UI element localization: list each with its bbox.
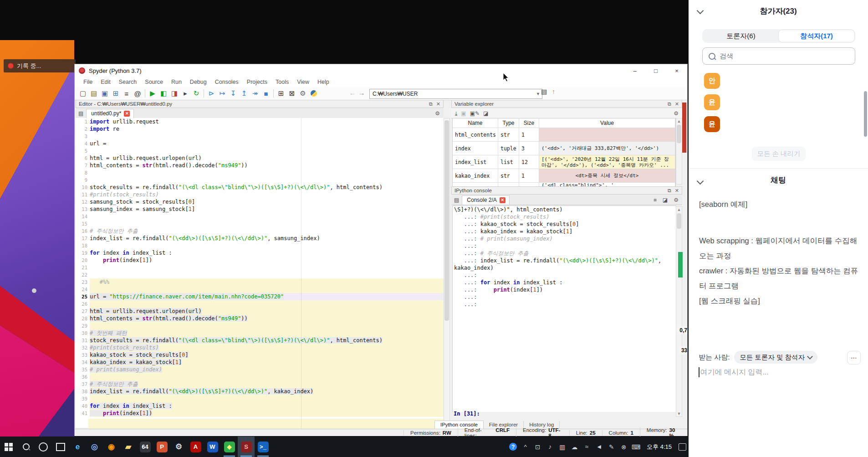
maximize-button[interactable]: □ [645,64,666,77]
remove-variable-eraser-icon[interactable]: ◪ [483,110,488,117]
save-all-icon[interactable]: ⊞ [110,88,121,98]
editor-line-13[interactable]: 13samsung_index = samsung_stock[1] [76,205,444,213]
cortana-button[interactable] [35,436,52,457]
editor-line-10[interactable]: 10stock_results = re.findall("(\<dl clas… [76,184,444,191]
column-header-type[interactable]: Type [498,118,519,128]
console-tab[interactable]: Console 2/A ✕ [462,195,509,205]
editor-line-4[interactable]: 4url = [76,140,444,147]
browse-tabs-icon[interactable]: ▤ [78,110,83,117]
editor-line-38[interactable]: 38index_list = re.findall("(\<dd\>)([\s\… [76,388,444,395]
menu-projects[interactable]: Projects [243,79,271,85]
taskbar-acrobat-icon[interactable]: A [187,436,204,457]
editor-line-21[interactable]: 21 [76,264,444,271]
editor-line-1[interactable]: 1import urllib.request [76,118,444,125]
taskbar-settings-icon[interactable]: ⚙ [170,436,187,457]
parent-directory-icon[interactable]: ↑ [552,88,555,95]
menu-file[interactable]: File [79,79,97,85]
variable-row-html_contents[interactable]: html_contentsstr1 [453,128,675,142]
close-tab-icon[interactable]: ✕ [124,111,130,117]
rerun-cell-icon[interactable]: ▸ [180,88,191,98]
editor-line-41[interactable]: 41 print(index[1]) [76,410,444,417]
editor-code-area[interactable]: 1import urllib.request2import re34url = … [76,118,444,428]
editor-line-34[interactable]: 34kakao_index = kakao_stock[1] [76,359,444,366]
participant-avatar-0[interactable]: 안 [704,73,720,89]
tray-mic-icon[interactable]: ♪ [544,436,556,457]
editor-line-15[interactable]: 15 [76,220,444,227]
start-button[interactable] [0,436,17,457]
working-directory-combobox[interactable]: C:₩Users₩USER ▼ [369,89,542,99]
close-pane-icon[interactable]: ✕ [675,101,679,107]
new-console-icon[interactable]: ▤ [454,197,459,203]
menu-edit[interactable]: Edit [97,79,115,85]
tray-help-icon[interactable]: ? [509,443,517,451]
debug-step-in-icon[interactable]: ↧ [228,88,239,98]
console-options-gear-icon[interactable]: ⚙ [674,197,679,203]
taskbar-64-icon[interactable]: 64 [137,436,153,457]
close-console-tab-icon[interactable]: ✕ [500,197,505,203]
minimize-button[interactable]: – [624,64,645,77]
taskbar-console-icon[interactable]: >_ [255,436,271,457]
run-icon[interactable]: ▶ [147,88,158,98]
recipient-dropdown[interactable]: 모든 토론자 및 참석자 [734,351,817,364]
editor-line-35[interactable]: 35# print(samsung_index) [76,366,444,373]
menu-view[interactable]: View [293,79,313,85]
scroll-up-arrow-icon[interactable]: ▲ [676,119,682,123]
taskbar-file-explorer-icon[interactable]: ▰ [120,436,137,457]
taskbar-word-icon[interactable]: W [204,436,221,457]
taskbar-powerpoint-icon[interactable]: P [153,436,170,457]
editor-line-27[interactable]: 27html = urllib.request.urlopen(url) [76,308,444,315]
editor-line-6[interactable]: 6html = urllib.request.urlopen(url) [76,154,444,162]
menu-run[interactable]: Run [167,79,186,85]
tray-onedrive-icon[interactable]: ☁ [568,436,581,457]
console-scrollbar-thumb[interactable] [677,213,681,229]
editor-line-14[interactable]: 14 [76,213,444,220]
editor-line-5[interactable]: 5 [76,147,444,154]
editor-options-gear-icon[interactable]: ⚙ [435,110,440,117]
editor-line-40[interactable]: 40for index in index_list : [76,402,444,410]
editor-line-12[interactable]: 12samsung_stock = stock_results[0] [76,198,444,205]
open-file-icon[interactable]: ▤ [88,88,99,98]
editor-line-36[interactable]: 36 [76,373,444,380]
editor-line-20[interactable]: 20 print(index[1]) [76,257,444,264]
close-pane-icon[interactable]: ✕ [675,188,679,194]
save-data-as-icon[interactable]: ▣✎ [470,110,480,117]
tray-pen-icon[interactable]: ✎ [605,436,618,457]
debug-continue-icon[interactable]: ↠ [250,88,260,98]
find-symbols-icon[interactable]: @ [132,88,143,98]
editor-line-32[interactable]: 32#print(stock_results) [76,344,444,351]
console-scrollbar[interactable]: ▲ ▼ [676,206,682,417]
tray-network-icon[interactable]: ≈ [581,436,593,457]
preferences-wrench-icon[interactable]: ⚙ [297,88,308,98]
run-cell-advance-icon[interactable]: ◨ [169,88,180,98]
participants-tab-attendees[interactable]: 참석자(17) [779,30,854,42]
undock-icon[interactable]: ⧉ [429,101,433,107]
debug-step-out-icon[interactable]: ↥ [239,88,250,98]
maximize-pane-icon[interactable]: ⊠ [286,88,297,98]
variable-explorer-gear-icon[interactable]: ⚙ [674,110,679,117]
editor-line-19[interactable]: 19for index in index_list : [76,249,444,257]
lower-all-hands-button[interactable]: 모든 손 내리기 [752,147,806,161]
undock-icon[interactable]: ⧉ [668,101,671,107]
python-logo-icon[interactable] [308,88,319,98]
debug-stop-icon[interactable]: ■ [260,88,271,98]
editor-scrollbar-thumb[interactable] [444,120,449,321]
file-switcher-icon[interactable]: ≡ [121,88,132,98]
editor-line-37[interactable]: 37# 주식정보만 추출 [76,380,444,388]
variable-explorer-scrollbar[interactable]: ▲ [676,118,682,185]
save-data-icon[interactable]: ▣ [461,110,466,117]
notification-center-button[interactable] [676,436,689,457]
editor-line-33[interactable]: 33kakao_stock = stock_results[0] [76,351,444,359]
tray-eject-icon[interactable]: ⊗ [618,436,630,457]
variable-table[interactable]: NameTypeSizeValuehtml_contentsstr1indext… [452,118,676,188]
nav-forward-icon[interactable]: → [357,89,366,97]
new-file-icon[interactable]: ▢ [77,88,88,98]
import-data-icon[interactable]: ⤓ [455,110,457,117]
participant-search-box[interactable]: 검색 [702,47,855,65]
column-header-size[interactable]: Size [519,118,539,128]
taskbar-firefox-icon[interactable]: ◉ [103,436,120,457]
chat-message-input[interactable]: 여기에 메시지 입력... [699,367,769,377]
editor-line-24[interactable]: 24 [76,286,444,293]
editor-line-23[interactable]: 23 #%% [76,278,444,286]
scroll-down-arrow-icon[interactable]: ▼ [676,411,682,416]
participants-tab-panelists[interactable]: 토론자(6) [703,30,779,42]
